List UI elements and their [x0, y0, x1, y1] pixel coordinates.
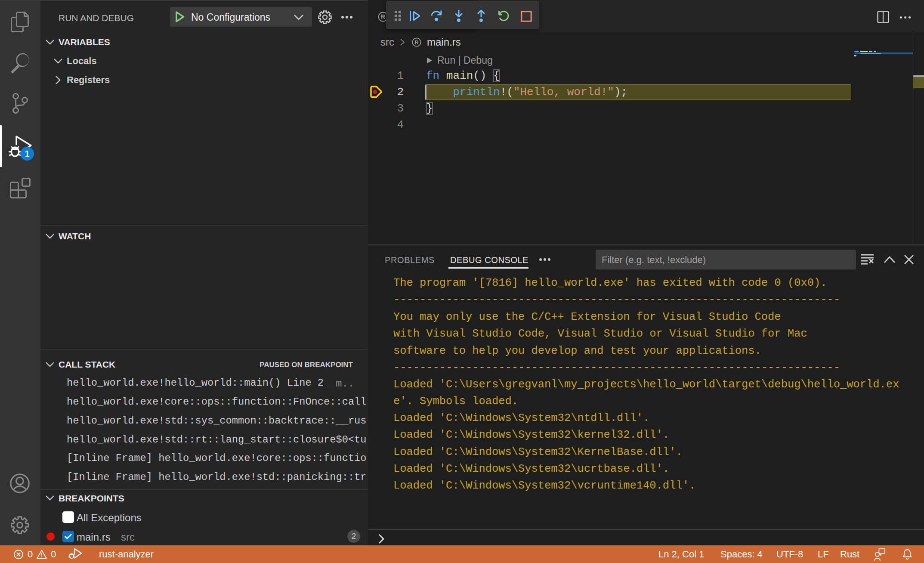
- svg-text:R: R: [381, 13, 385, 20]
- svg-text:R: R: [414, 39, 419, 46]
